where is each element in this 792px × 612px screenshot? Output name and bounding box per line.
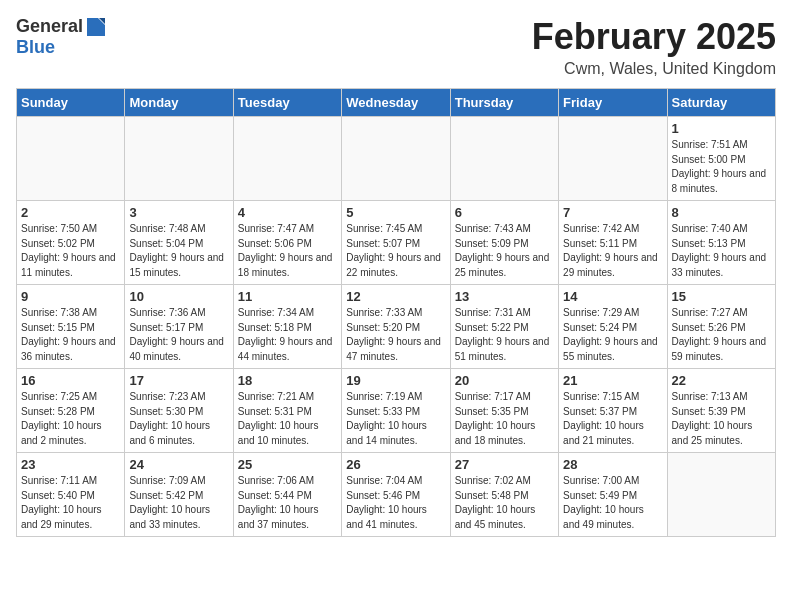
day-info: Sunrise: 7:21 AM Sunset: 5:31 PM Dayligh… — [238, 390, 337, 448]
day-cell: 4Sunrise: 7:47 AM Sunset: 5:06 PM Daylig… — [233, 201, 341, 285]
day-number: 5 — [346, 205, 445, 220]
day-info: Sunrise: 7:04 AM Sunset: 5:46 PM Dayligh… — [346, 474, 445, 532]
day-cell — [667, 453, 775, 537]
day-number: 26 — [346, 457, 445, 472]
logo: General Blue — [16, 16, 107, 58]
day-cell — [125, 117, 233, 201]
day-info: Sunrise: 7:42 AM Sunset: 5:11 PM Dayligh… — [563, 222, 662, 280]
day-info: Sunrise: 7:23 AM Sunset: 5:30 PM Dayligh… — [129, 390, 228, 448]
page-header: General Blue February 2025 Cwm, Wales, U… — [16, 16, 776, 78]
weekday-header-wednesday: Wednesday — [342, 89, 450, 117]
day-cell: 22Sunrise: 7:13 AM Sunset: 5:39 PM Dayli… — [667, 369, 775, 453]
day-number: 6 — [455, 205, 554, 220]
day-number: 15 — [672, 289, 771, 304]
day-number: 21 — [563, 373, 662, 388]
day-cell: 13Sunrise: 7:31 AM Sunset: 5:22 PM Dayli… — [450, 285, 558, 369]
day-cell — [342, 117, 450, 201]
day-number: 7 — [563, 205, 662, 220]
day-info: Sunrise: 7:29 AM Sunset: 5:24 PM Dayligh… — [563, 306, 662, 364]
day-info: Sunrise: 7:36 AM Sunset: 5:17 PM Dayligh… — [129, 306, 228, 364]
day-cell: 6Sunrise: 7:43 AM Sunset: 5:09 PM Daylig… — [450, 201, 558, 285]
day-cell: 8Sunrise: 7:40 AM Sunset: 5:13 PM Daylig… — [667, 201, 775, 285]
day-cell — [233, 117, 341, 201]
day-cell: 7Sunrise: 7:42 AM Sunset: 5:11 PM Daylig… — [559, 201, 667, 285]
day-number: 10 — [129, 289, 228, 304]
day-number: 1 — [672, 121, 771, 136]
week-row-1: 1Sunrise: 7:51 AM Sunset: 5:00 PM Daylig… — [17, 117, 776, 201]
day-cell: 11Sunrise: 7:34 AM Sunset: 5:18 PM Dayli… — [233, 285, 341, 369]
day-info: Sunrise: 7:13 AM Sunset: 5:39 PM Dayligh… — [672, 390, 771, 448]
day-cell: 16Sunrise: 7:25 AM Sunset: 5:28 PM Dayli… — [17, 369, 125, 453]
day-cell: 17Sunrise: 7:23 AM Sunset: 5:30 PM Dayli… — [125, 369, 233, 453]
day-cell: 20Sunrise: 7:17 AM Sunset: 5:35 PM Dayli… — [450, 369, 558, 453]
calendar-table: SundayMondayTuesdayWednesdayThursdayFrid… — [16, 88, 776, 537]
week-row-2: 2Sunrise: 7:50 AM Sunset: 5:02 PM Daylig… — [17, 201, 776, 285]
day-cell: 15Sunrise: 7:27 AM Sunset: 5:26 PM Dayli… — [667, 285, 775, 369]
day-number: 12 — [346, 289, 445, 304]
day-cell: 3Sunrise: 7:48 AM Sunset: 5:04 PM Daylig… — [125, 201, 233, 285]
day-cell: 5Sunrise: 7:45 AM Sunset: 5:07 PM Daylig… — [342, 201, 450, 285]
day-info: Sunrise: 7:45 AM Sunset: 5:07 PM Dayligh… — [346, 222, 445, 280]
day-cell: 12Sunrise: 7:33 AM Sunset: 5:20 PM Dayli… — [342, 285, 450, 369]
day-cell: 19Sunrise: 7:19 AM Sunset: 5:33 PM Dayli… — [342, 369, 450, 453]
day-info: Sunrise: 7:34 AM Sunset: 5:18 PM Dayligh… — [238, 306, 337, 364]
day-number: 3 — [129, 205, 228, 220]
day-info: Sunrise: 7:50 AM Sunset: 5:02 PM Dayligh… — [21, 222, 120, 280]
day-info: Sunrise: 7:25 AM Sunset: 5:28 PM Dayligh… — [21, 390, 120, 448]
day-number: 20 — [455, 373, 554, 388]
day-number: 22 — [672, 373, 771, 388]
day-number: 2 — [21, 205, 120, 220]
day-info: Sunrise: 7:33 AM Sunset: 5:20 PM Dayligh… — [346, 306, 445, 364]
day-info: Sunrise: 7:48 AM Sunset: 5:04 PM Dayligh… — [129, 222, 228, 280]
day-cell: 18Sunrise: 7:21 AM Sunset: 5:31 PM Dayli… — [233, 369, 341, 453]
day-info: Sunrise: 7:02 AM Sunset: 5:48 PM Dayligh… — [455, 474, 554, 532]
day-info: Sunrise: 7:09 AM Sunset: 5:42 PM Dayligh… — [129, 474, 228, 532]
day-info: Sunrise: 7:27 AM Sunset: 5:26 PM Dayligh… — [672, 306, 771, 364]
day-number: 13 — [455, 289, 554, 304]
day-info: Sunrise: 7:17 AM Sunset: 5:35 PM Dayligh… — [455, 390, 554, 448]
day-number: 27 — [455, 457, 554, 472]
logo-general: General — [16, 17, 83, 37]
day-cell: 9Sunrise: 7:38 AM Sunset: 5:15 PM Daylig… — [17, 285, 125, 369]
weekday-header-row: SundayMondayTuesdayWednesdayThursdayFrid… — [17, 89, 776, 117]
day-cell: 1Sunrise: 7:51 AM Sunset: 5:00 PM Daylig… — [667, 117, 775, 201]
day-cell: 14Sunrise: 7:29 AM Sunset: 5:24 PM Dayli… — [559, 285, 667, 369]
day-cell — [450, 117, 558, 201]
day-info: Sunrise: 7:43 AM Sunset: 5:09 PM Dayligh… — [455, 222, 554, 280]
day-cell: 25Sunrise: 7:06 AM Sunset: 5:44 PM Dayli… — [233, 453, 341, 537]
day-cell: 21Sunrise: 7:15 AM Sunset: 5:37 PM Dayli… — [559, 369, 667, 453]
day-cell: 24Sunrise: 7:09 AM Sunset: 5:42 PM Dayli… — [125, 453, 233, 537]
day-number: 4 — [238, 205, 337, 220]
day-cell: 2Sunrise: 7:50 AM Sunset: 5:02 PM Daylig… — [17, 201, 125, 285]
day-info: Sunrise: 7:06 AM Sunset: 5:44 PM Dayligh… — [238, 474, 337, 532]
day-info: Sunrise: 7:00 AM Sunset: 5:49 PM Dayligh… — [563, 474, 662, 532]
day-info: Sunrise: 7:31 AM Sunset: 5:22 PM Dayligh… — [455, 306, 554, 364]
calendar-title: February 2025 — [532, 16, 776, 58]
day-cell — [17, 117, 125, 201]
day-info: Sunrise: 7:11 AM Sunset: 5:40 PM Dayligh… — [21, 474, 120, 532]
day-cell: 23Sunrise: 7:11 AM Sunset: 5:40 PM Dayli… — [17, 453, 125, 537]
day-number: 19 — [346, 373, 445, 388]
day-number: 24 — [129, 457, 228, 472]
day-info: Sunrise: 7:38 AM Sunset: 5:15 PM Dayligh… — [21, 306, 120, 364]
week-row-5: 23Sunrise: 7:11 AM Sunset: 5:40 PM Dayli… — [17, 453, 776, 537]
logo-blue: Blue — [16, 38, 55, 58]
title-block: February 2025 Cwm, Wales, United Kingdom — [532, 16, 776, 78]
day-cell: 26Sunrise: 7:04 AM Sunset: 5:46 PM Dayli… — [342, 453, 450, 537]
weekday-header-saturday: Saturday — [667, 89, 775, 117]
day-number: 14 — [563, 289, 662, 304]
day-number: 18 — [238, 373, 337, 388]
day-number: 25 — [238, 457, 337, 472]
day-info: Sunrise: 7:19 AM Sunset: 5:33 PM Dayligh… — [346, 390, 445, 448]
day-number: 16 — [21, 373, 120, 388]
weekday-header-thursday: Thursday — [450, 89, 558, 117]
calendar-subtitle: Cwm, Wales, United Kingdom — [532, 60, 776, 78]
day-number: 17 — [129, 373, 228, 388]
week-row-4: 16Sunrise: 7:25 AM Sunset: 5:28 PM Dayli… — [17, 369, 776, 453]
week-row-3: 9Sunrise: 7:38 AM Sunset: 5:15 PM Daylig… — [17, 285, 776, 369]
weekday-header-monday: Monday — [125, 89, 233, 117]
day-info: Sunrise: 7:47 AM Sunset: 5:06 PM Dayligh… — [238, 222, 337, 280]
day-number: 23 — [21, 457, 120, 472]
day-cell: 27Sunrise: 7:02 AM Sunset: 5:48 PM Dayli… — [450, 453, 558, 537]
day-info: Sunrise: 7:51 AM Sunset: 5:00 PM Dayligh… — [672, 138, 771, 196]
